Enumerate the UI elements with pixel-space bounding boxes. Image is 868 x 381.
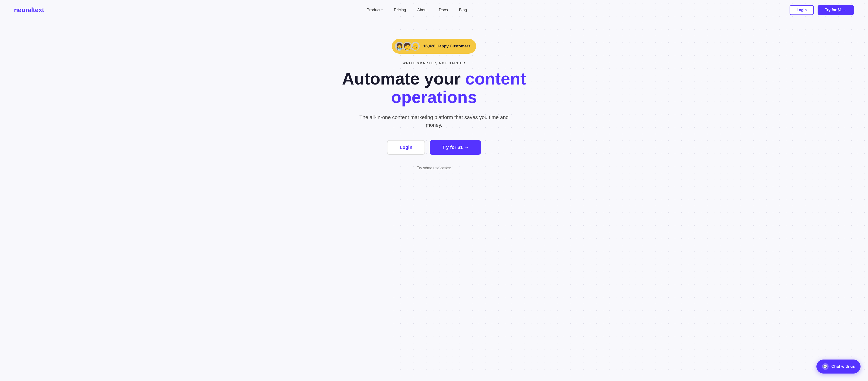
nav-login-button[interactable]: Login — [789, 5, 814, 15]
hero-subtitle: The all-in-one content marketing platfor… — [352, 114, 516, 129]
chat-widget[interactable]: 💬 Chat with us — [816, 359, 861, 374]
nav-item-docs[interactable]: Docs — [439, 8, 448, 12]
customers-text: 16,428 Happy Customers — [423, 44, 470, 49]
hero-headline: Automate your content operations — [317, 69, 551, 107]
nav-actions: Login Try for $1 → — [789, 5, 854, 15]
logo-part2: text — [33, 6, 44, 13]
customers-badge: 16,428 Happy Customers — [392, 39, 476, 54]
hero-section: 16,428 Happy Customers WRITE SMARTER, NO… — [0, 20, 868, 184]
nav-try-button[interactable]: Try for $1 → — [817, 5, 854, 15]
navbar: neuraltext Product ▾ Pricing About Docs … — [0, 0, 868, 20]
nav-links: Product ▾ Pricing About Docs Blog — [367, 8, 467, 12]
chevron-down-icon: ▾ — [381, 8, 383, 12]
hero-tagline: WRITE SMARTER, NOT HARDER — [403, 61, 465, 65]
headline-dark: Automate your — [342, 69, 465, 88]
logo[interactable]: neuraltext — [14, 6, 44, 14]
nav-item-pricing[interactable]: Pricing — [394, 8, 406, 12]
cta-buttons: Login Try for $1 → — [387, 140, 481, 155]
nav-item-blog[interactable]: Blog — [459, 8, 467, 12]
hero-try-button[interactable]: Try for $1 → — [430, 140, 481, 155]
logo-part1: neural — [14, 6, 33, 13]
hero-login-button[interactable]: Login — [387, 140, 425, 155]
chat-icon: 💬 — [822, 363, 829, 370]
nav-item-about[interactable]: About — [417, 8, 428, 12]
chat-widget-label: Chat with us — [831, 364, 855, 369]
use-cases-label: Try some use cases: — [417, 166, 451, 170]
avatar-3 — [410, 41, 420, 51]
nav-item-product[interactable]: Product ▾ — [367, 8, 383, 12]
avatar-group — [394, 41, 420, 51]
